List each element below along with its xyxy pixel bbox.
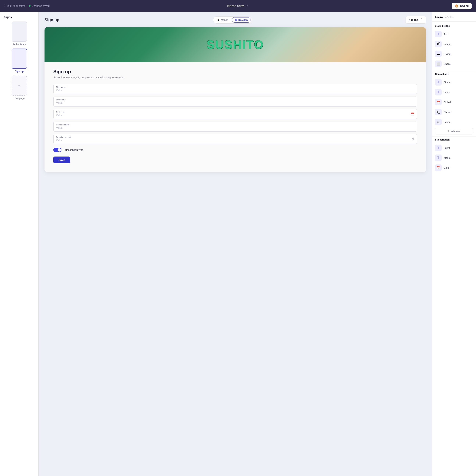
first-name-field-group: First name Value — [53, 84, 417, 94]
favorite-product-value: Value — [56, 139, 63, 142]
gold-block-label: Gold r — [444, 167, 450, 169]
marke-block-icon: T — [435, 154, 442, 161]
block-item-gold[interactable]: 📅 Gold r — [432, 163, 476, 173]
new-page-box: + — [12, 76, 27, 96]
image-icon: 🖼 — [437, 42, 440, 46]
plus-icon: + — [18, 83, 20, 88]
spacer-block-icon: ⬜ — [435, 61, 442, 67]
birth-date-field-group: Birth date Value 📅 — [53, 109, 417, 119]
favorite-block-icon: ⚙ — [435, 119, 442, 125]
styling-button[interactable]: 🎨 Styling — [452, 3, 472, 9]
actions-label: Actions — [409, 18, 418, 21]
phone-number-value: Value — [56, 126, 63, 129]
block-item-first-name[interactable]: T First n — [432, 77, 476, 87]
favorite-block-label: Favori — [444, 121, 450, 123]
favorite-icon: ⚙ — [437, 120, 440, 124]
favorite-product-field[interactable]: Favorite product Value ⇅ — [53, 134, 417, 144]
first-name-value: Value — [56, 89, 63, 92]
contact-section-title: Contact attri — [432, 73, 476, 77]
last-name-value: Value — [56, 101, 63, 104]
form-body: Sign up Subscribe to our loyalty program… — [45, 62, 426, 172]
save-button[interactable]: Save — [53, 156, 70, 163]
form-canvas: SUSHITO Sign up Subscribe to our loyalty… — [45, 27, 426, 172]
mobile-view-button[interactable]: 📱 Mobile — [214, 17, 231, 22]
page-thumbnail-authenticate — [12, 21, 27, 42]
birth-block-icon: 📅 — [435, 99, 442, 105]
changes-saved-indicator: Changes saved — [29, 4, 50, 7]
birth-block-label: Birth d — [444, 101, 451, 103]
page-item-signup[interactable]: Sign up — [3, 49, 35, 73]
phone-icon: 📞 — [436, 110, 440, 114]
page-item-authenticate[interactable]: Authenticate — [3, 21, 35, 46]
block-item-phone[interactable]: 📞 Phone — [432, 107, 476, 117]
pages-sidebar: Pages Authenticate Sign up + New page — [0, 12, 39, 476]
blocks-sidebar: Form blocks Static blocks T Text 🖼 Image… — [432, 12, 476, 476]
first-name-icon-letter: T — [437, 81, 439, 84]
canvas-page-title: Sign up — [45, 17, 59, 22]
block-item-text[interactable]: T Text — [432, 29, 476, 39]
image-block-label: Image — [444, 43, 450, 45]
topbar: ‹ Back to all forms Changes saved Name f… — [0, 0, 476, 12]
back-label: Back to all forms — [6, 4, 25, 7]
block-item-image[interactable]: 🖼 Image — [432, 39, 476, 49]
birth-date-label: Birth date — [56, 111, 414, 113]
subscription-toggle-row: Subscription type — [53, 148, 417, 152]
subscription-toggle[interactable] — [53, 148, 61, 152]
desktop-label: Desktop — [238, 18, 248, 21]
mobile-label: Mobile — [221, 18, 228, 21]
topbar-center: Name form ✏ — [227, 4, 249, 8]
first-name-block-label: First n — [444, 81, 450, 84]
block-item-spacer[interactable]: ⬜ Space — [432, 59, 476, 69]
block-item-last-name[interactable]: T Last n — [432, 87, 476, 97]
phone-number-field[interactable]: Phone number Value — [53, 121, 417, 132]
desktop-view-button[interactable]: 🖥 Desktop — [232, 17, 251, 23]
form-signup-title: Sign up — [53, 69, 417, 74]
chevron-left-icon: ‹ — [4, 4, 5, 7]
back-to-all-forms-link[interactable]: ‹ Back to all forms — [4, 4, 25, 7]
blocks-sidebar-title: Form blocks — [432, 16, 476, 21]
changes-saved-label: Changes saved — [32, 4, 50, 7]
canvas-area: Sign up 📱 Mobile 🖥 Desktop Actions ⋮ S — [39, 12, 432, 476]
phone-block-icon: 📞 — [435, 109, 442, 115]
calendar-icon: 📅 — [411, 112, 414, 116]
block-item-marke[interactable]: T Marke — [432, 153, 476, 163]
block-item-birth[interactable]: 📅 Birth d — [432, 97, 476, 107]
subscription-toggle-label: Subscription type — [64, 148, 83, 151]
block-item-funct[interactable]: T Funct — [432, 143, 476, 153]
gold-icon: 📅 — [436, 166, 440, 170]
last-name-block-label: Last n — [444, 91, 450, 94]
phone-block-label: Phone — [444, 111, 451, 114]
dropdown-chevron-icon: ⇅ — [412, 137, 414, 141]
funct-block-label: Funct — [444, 147, 450, 149]
gold-block-icon: 📅 — [435, 164, 442, 171]
divider-block-icon: ▬ — [435, 51, 442, 57]
load-more-button[interactable]: Load more — [435, 128, 473, 135]
desktop-icon: 🖥 — [235, 18, 237, 21]
section-divider-2 — [432, 136, 476, 136]
marke-icon-letter: T — [437, 156, 439, 159]
last-name-field[interactable]: Last name Value — [53, 97, 417, 106]
static-blocks-section-title: Static blocks — [432, 24, 476, 29]
phone-number-label: Phone number — [56, 124, 414, 126]
funct-icon-letter: T — [437, 146, 439, 150]
saved-dot-icon — [29, 5, 31, 7]
block-item-favorite[interactable]: ⚙ Favori — [432, 117, 476, 127]
form-signup-subtitle: Subscribe to our loyalty program and sav… — [53, 76, 417, 79]
edit-icon[interactable]: ✏ — [246, 4, 249, 8]
pages-title: Pages — [3, 16, 35, 18]
new-page-item[interactable]: + New page — [3, 76, 35, 100]
birth-date-field[interactable]: Birth date Value 📅 — [53, 109, 417, 119]
spacer-block-label: Space — [444, 63, 451, 65]
main-layout: Pages Authenticate Sign up + New page Si… — [0, 12, 476, 476]
styling-icon: 🎨 — [455, 4, 459, 8]
text-block-label: Text — [444, 33, 448, 35]
favorite-product-label: Favorite product — [56, 136, 414, 138]
more-dots-icon: ⋮ — [420, 18, 423, 22]
block-item-divider[interactable]: ▬ Divider — [432, 49, 476, 59]
page-label-authenticate: Authenticate — [13, 43, 26, 46]
first-name-field[interactable]: First name Value — [53, 84, 417, 94]
mobile-icon: 📱 — [217, 18, 220, 21]
toggle-knob — [58, 148, 61, 152]
actions-button[interactable]: Actions ⋮ — [406, 16, 426, 24]
text-icon-letter: T — [437, 32, 439, 36]
